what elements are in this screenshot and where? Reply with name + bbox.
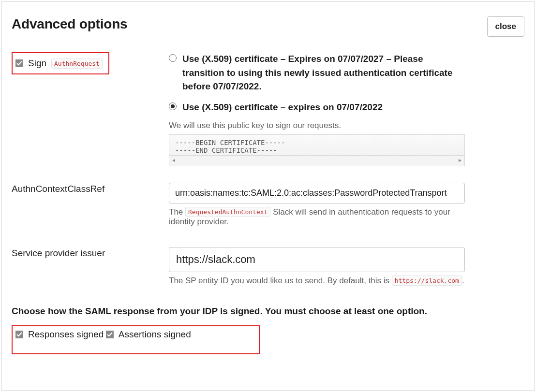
scroll-right-icon: ▸ [459, 157, 462, 163]
close-button[interactable]: close [487, 16, 524, 37]
cert-help-text: We will use this public key to sign our … [169, 121, 465, 131]
scroll-left-icon: ◂ [172, 157, 175, 163]
radio-unchecked-icon [169, 54, 177, 62]
sign-authnrequest-row: Sign AuthnRequest Use (X.509) certificat… [12, 52, 524, 166]
signing-highlight: Responses signed Assertions signed [12, 325, 260, 354]
sign-label: Sign [28, 58, 46, 69]
advanced-options-panel: Advanced options close Sign AuthnRequest… [1, 1, 535, 391]
cert-option-2022[interactable]: Use (X.509) certificate – expires on 07/… [169, 101, 465, 115]
radio-checked-icon [169, 102, 177, 110]
responses-signed-label: Responses signed [28, 329, 104, 340]
sp-issuer-help: The SP entity ID you would like us to se… [169, 276, 465, 286]
header-row: Advanced options close [12, 16, 524, 37]
certificate-options: Use (X.509) certificate – Expires on 07/… [169, 52, 465, 166]
responses-signed-checkbox[interactable] [15, 331, 23, 338]
sp-issuer-input[interactable] [169, 247, 465, 272]
requestedauthncontext-code: RequestedAuthnContext [185, 207, 270, 217]
cert-option-2027-label: Use (X.509) certificate – Expires on 07/… [182, 52, 465, 94]
sp-default-code: https://slack.com [392, 276, 462, 286]
signing-instruction: Choose how the SAML response from your I… [12, 306, 524, 317]
authncontext-help: The RequestedAuthnContext Slack will sen… [169, 207, 465, 227]
authncontext-label: AuthnContextClassRef [12, 183, 169, 194]
authnrequest-code: AuthnRequest [51, 58, 103, 69]
check-icon [107, 332, 113, 337]
check-icon [16, 60, 22, 66]
assertions-signed-checkbox[interactable] [106, 331, 114, 338]
assertions-signed-label: Assertions signed [119, 329, 191, 340]
sign-authnrequest-highlight: Sign AuthnRequest [12, 52, 109, 74]
sp-issuer-row: Service provider issuer The SP entity ID… [12, 247, 524, 290]
cert-option-2022-label: Use (X.509) certificate – expires on 07/… [182, 101, 383, 115]
cert-pem-wrap: -----BEGIN CERTIFICATE----- -----END CER… [169, 134, 465, 166]
cert-pem-box[interactable]: -----BEGIN CERTIFICATE----- -----END CER… [169, 134, 465, 156]
cert-horizontal-scrollbar[interactable]: ◂ ▸ [169, 156, 465, 166]
sign-authnrequest-left: Sign AuthnRequest [12, 52, 169, 74]
page-title: Advanced options [12, 16, 128, 32]
sp-help-pre: The SP entity ID you would like us to se… [169, 276, 392, 285]
authncontext-input[interactable] [169, 183, 465, 203]
authncontext-row: AuthnContextClassRef The RequestedAuthnC… [12, 183, 524, 231]
check-icon [16, 332, 22, 337]
cert-option-2027[interactable]: Use (X.509) certificate – Expires on 07/… [169, 52, 465, 94]
authncontext-help-pre: The [169, 207, 185, 217]
sp-issuer-label: Service provider issuer [12, 247, 169, 259]
sp-help-post: . [462, 276, 464, 285]
sign-authnrequest-checkbox[interactable] [15, 59, 23, 67]
